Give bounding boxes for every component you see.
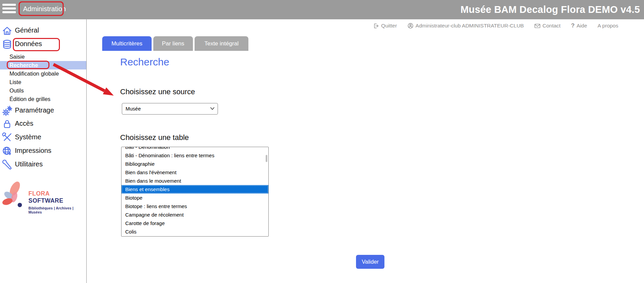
aide-link[interactable]: ? Aide [571,22,587,29]
tab-texte-integral[interactable]: Texte intégral [195,36,248,51]
logout-icon [373,23,379,29]
table-section-label: Choisissez une table [120,133,189,142]
hamburger-menu-icon[interactable] [2,4,16,15]
app-title: Musée BAM Decalog Flora DEMO v4.5 [461,0,640,19]
quitter-label: Quitter [381,23,397,29]
subitem-label: Recherche [9,62,38,68]
sidebar-item-general[interactable]: Général [0,24,86,38]
listbox-scrollbar[interactable] [266,155,267,162]
globe-icon [2,146,12,156]
tab-par-liens[interactable]: Par liens [153,36,193,51]
gears-icon [2,106,12,116]
list-option[interactable]: Bâti - Dénomination [121,147,268,151]
sidebar-item-label: Impressions [15,147,51,155]
sidebar-item-label: Données [15,40,42,48]
tools-icon [2,133,12,143]
tab-multicriteres[interactable]: Multicritères [102,36,152,51]
sidebar: Général Données Saisie Recherche Modific… [0,19,87,283]
brand-software: SOFTWARE [28,197,63,204]
sidebar-item-label: Général [15,26,39,34]
apropos-link[interactable]: A propos [598,23,618,29]
subitem-label: Édition de grilles [9,96,50,102]
user-account[interactable]: Administrateur-club ADMINISTRATEUR-CLUB [407,23,524,29]
list-option[interactable]: Colis [121,227,268,236]
source-section-label: Choisissez une source [120,87,195,96]
tab-label: Multicritères [111,40,142,47]
annotation-arrow [0,0,644,283]
source-select-value: Musée [126,106,141,112]
sidebar-item-parametrage[interactable]: Paramétrage [0,104,86,118]
sidebar-item-label: Système [15,133,41,141]
list-option[interactable]: Bien dans le mouvement [121,177,268,185]
list-option[interactable]: Bien dans l'évènement [121,168,268,177]
flora-software-logo: FLORA SOFTWARE Bibliothèques | Archives … [1,178,85,212]
user-icon [407,23,414,29]
wrench-icon [2,160,12,170]
sidebar-item-utilitaires[interactable]: Utilitaires [0,158,86,171]
list-option[interactable]: Bâti - Dénomination : liens entre termes [121,151,268,160]
contact-link[interactable]: Contact [534,23,560,29]
list-option[interactable]: Bibliographie [121,160,268,168]
table-listbox-options: Bâti - Dénomination Bâti - Dénomination … [121,147,268,236]
brand-flora: FLORA [28,190,49,197]
list-option[interactable]: Biotope : liens entre termes [121,202,268,210]
valider-button[interactable]: Valider [356,255,384,269]
source-select[interactable]: Musée [122,103,218,115]
sidebar-subitem-edition-grilles[interactable]: Édition de grilles [0,95,86,103]
lock-icon [2,119,12,129]
top-bar: Administration Musée BAM Decalog Flora D… [0,0,644,19]
subitem-label: Liste [9,79,21,85]
sidebar-item-label: Accès [15,120,33,127]
sidebar-subitem-modification-globale[interactable]: Modification globale [0,69,86,78]
sidebar-item-donnees[interactable]: Données [0,38,86,51]
contact-label: Contact [542,23,560,29]
search-tabs: Multicritères Par liens Texte intégral [102,36,248,51]
list-option[interactable]: Campagne de récolement [121,210,268,219]
sidebar-item-acces[interactable]: Accès [0,117,86,131]
home-icon [2,26,12,36]
flora-butterfly-icon [1,178,28,210]
subitem-label: Saisie [9,54,25,60]
brand-name: FLORA SOFTWARE [28,190,85,204]
subitem-label: Outils [9,87,24,94]
list-option[interactable]: Biotope [121,194,268,202]
user-name: Administrateur-club ADMINISTRATEUR-CLUB [416,23,524,29]
question-icon: ? [571,22,574,29]
quitter-link[interactable]: Quitter [373,23,397,29]
sidebar-item-label: Paramétrage [15,106,54,114]
tab-label: Par liens [162,40,184,47]
page-title: Recherche [120,56,169,68]
chevron-down-icon [210,107,215,110]
table-listbox[interactable]: Bâti - Dénomination Bâti - Dénomination … [121,147,269,237]
subitem-label: Modification globale [9,70,59,77]
list-option[interactable]: Carotte de forage [121,219,268,227]
aide-label: Aide [577,23,587,29]
sidebar-subitem-liste[interactable]: Liste [0,78,86,86]
list-option-selected[interactable]: Biens et ensembles [121,185,268,194]
sidebar-item-label: Utilitaires [15,160,43,168]
envelope-icon [534,23,540,28]
menu-section-label: Administration [19,1,64,16]
sidebar-item-impressions[interactable]: Impressions [0,144,86,158]
apropos-label: A propos [598,23,618,29]
sidebar-subitem-recherche[interactable]: Recherche [0,61,86,69]
tab-label: Texte intégral [204,40,239,47]
sidebar-subitem-saisie[interactable]: Saisie [0,53,86,61]
database-icon [2,39,12,49]
sidebar-subitem-outils[interactable]: Outils [0,86,86,95]
sidebar-item-systeme[interactable]: Système [0,131,86,144]
brand-tagline: Bibliothèques | Archives | Musées [28,206,85,214]
header-links: Quitter Administrateur-club ADMINISTRATE… [373,19,618,32]
